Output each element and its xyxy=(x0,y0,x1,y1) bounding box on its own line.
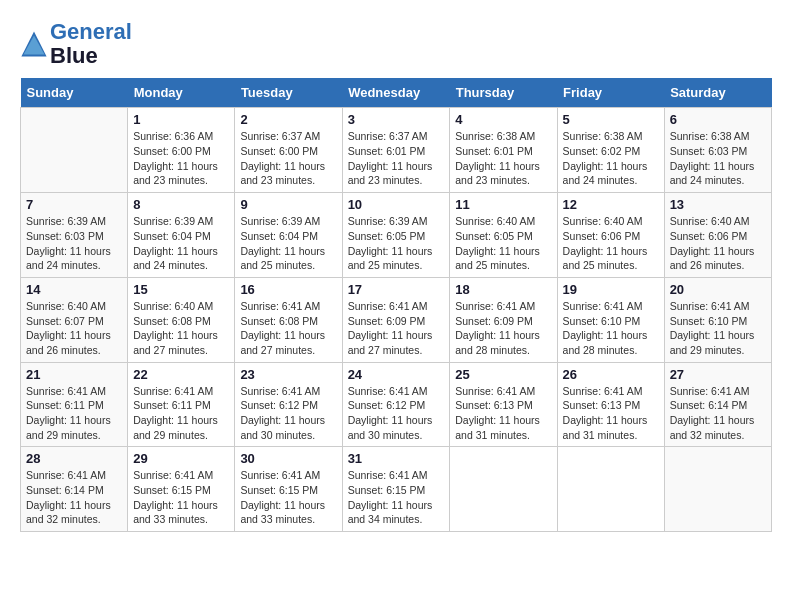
day-number: 22 xyxy=(133,367,229,382)
day-number: 21 xyxy=(26,367,122,382)
day-detail: Sunrise: 6:40 AM Sunset: 6:07 PM Dayligh… xyxy=(26,299,122,358)
day-detail: Sunrise: 6:41 AM Sunset: 6:15 PM Dayligh… xyxy=(348,468,445,527)
day-number: 5 xyxy=(563,112,659,127)
calendar-cell: 28Sunrise: 6:41 AM Sunset: 6:14 PM Dayli… xyxy=(21,447,128,532)
calendar-cell: 5Sunrise: 6:38 AM Sunset: 6:02 PM Daylig… xyxy=(557,108,664,193)
day-number: 19 xyxy=(563,282,659,297)
calendar-cell: 3Sunrise: 6:37 AM Sunset: 6:01 PM Daylig… xyxy=(342,108,450,193)
calendar-cell: 2Sunrise: 6:37 AM Sunset: 6:00 PM Daylig… xyxy=(235,108,342,193)
day-detail: Sunrise: 6:41 AM Sunset: 6:14 PM Dayligh… xyxy=(26,468,122,527)
calendar-cell: 8Sunrise: 6:39 AM Sunset: 6:04 PM Daylig… xyxy=(128,193,235,278)
day-detail: Sunrise: 6:41 AM Sunset: 6:15 PM Dayligh… xyxy=(240,468,336,527)
day-detail: Sunrise: 6:39 AM Sunset: 6:04 PM Dayligh… xyxy=(133,214,229,273)
day-detail: Sunrise: 6:39 AM Sunset: 6:04 PM Dayligh… xyxy=(240,214,336,273)
calendar-cell: 25Sunrise: 6:41 AM Sunset: 6:13 PM Dayli… xyxy=(450,362,557,447)
calendar-cell: 13Sunrise: 6:40 AM Sunset: 6:06 PM Dayli… xyxy=(664,193,771,278)
calendar-cell: 24Sunrise: 6:41 AM Sunset: 6:12 PM Dayli… xyxy=(342,362,450,447)
calendar-cell: 10Sunrise: 6:39 AM Sunset: 6:05 PM Dayli… xyxy=(342,193,450,278)
day-number: 25 xyxy=(455,367,551,382)
calendar-cell xyxy=(450,447,557,532)
weekday-header: Saturday xyxy=(664,78,771,108)
day-number: 23 xyxy=(240,367,336,382)
day-number: 31 xyxy=(348,451,445,466)
day-detail: Sunrise: 6:41 AM Sunset: 6:10 PM Dayligh… xyxy=(670,299,766,358)
calendar-cell: 14Sunrise: 6:40 AM Sunset: 6:07 PM Dayli… xyxy=(21,277,128,362)
day-number: 8 xyxy=(133,197,229,212)
day-number: 16 xyxy=(240,282,336,297)
day-detail: Sunrise: 6:40 AM Sunset: 6:08 PM Dayligh… xyxy=(133,299,229,358)
calendar-week-row: 7Sunrise: 6:39 AM Sunset: 6:03 PM Daylig… xyxy=(21,193,772,278)
calendar-cell: 29Sunrise: 6:41 AM Sunset: 6:15 PM Dayli… xyxy=(128,447,235,532)
day-detail: Sunrise: 6:36 AM Sunset: 6:00 PM Dayligh… xyxy=(133,129,229,188)
calendar-cell: 23Sunrise: 6:41 AM Sunset: 6:12 PM Dayli… xyxy=(235,362,342,447)
weekday-header: Sunday xyxy=(21,78,128,108)
day-number: 17 xyxy=(348,282,445,297)
day-number: 11 xyxy=(455,197,551,212)
day-detail: Sunrise: 6:38 AM Sunset: 6:03 PM Dayligh… xyxy=(670,129,766,188)
day-detail: Sunrise: 6:38 AM Sunset: 6:01 PM Dayligh… xyxy=(455,129,551,188)
logo-text: GeneralBlue xyxy=(50,20,132,68)
weekday-header: Tuesday xyxy=(235,78,342,108)
logo-icon xyxy=(20,30,48,58)
day-detail: Sunrise: 6:41 AM Sunset: 6:11 PM Dayligh… xyxy=(133,384,229,443)
day-number: 4 xyxy=(455,112,551,127)
day-number: 3 xyxy=(348,112,445,127)
day-detail: Sunrise: 6:41 AM Sunset: 6:15 PM Dayligh… xyxy=(133,468,229,527)
day-number: 7 xyxy=(26,197,122,212)
calendar-body: 1Sunrise: 6:36 AM Sunset: 6:00 PM Daylig… xyxy=(21,108,772,532)
day-detail: Sunrise: 6:40 AM Sunset: 6:05 PM Dayligh… xyxy=(455,214,551,273)
calendar-cell: 15Sunrise: 6:40 AM Sunset: 6:08 PM Dayli… xyxy=(128,277,235,362)
calendar-cell: 22Sunrise: 6:41 AM Sunset: 6:11 PM Dayli… xyxy=(128,362,235,447)
weekday-header: Monday xyxy=(128,78,235,108)
calendar-cell: 30Sunrise: 6:41 AM Sunset: 6:15 PM Dayli… xyxy=(235,447,342,532)
calendar-cell: 31Sunrise: 6:41 AM Sunset: 6:15 PM Dayli… xyxy=(342,447,450,532)
calendar-cell xyxy=(664,447,771,532)
day-number: 26 xyxy=(563,367,659,382)
calendar-week-row: 28Sunrise: 6:41 AM Sunset: 6:14 PM Dayli… xyxy=(21,447,772,532)
day-detail: Sunrise: 6:39 AM Sunset: 6:05 PM Dayligh… xyxy=(348,214,445,273)
day-detail: Sunrise: 6:41 AM Sunset: 6:08 PM Dayligh… xyxy=(240,299,336,358)
day-number: 6 xyxy=(670,112,766,127)
day-number: 30 xyxy=(240,451,336,466)
day-number: 18 xyxy=(455,282,551,297)
day-number: 20 xyxy=(670,282,766,297)
day-number: 9 xyxy=(240,197,336,212)
calendar-week-row: 1Sunrise: 6:36 AM Sunset: 6:00 PM Daylig… xyxy=(21,108,772,193)
calendar-cell: 4Sunrise: 6:38 AM Sunset: 6:01 PM Daylig… xyxy=(450,108,557,193)
day-detail: Sunrise: 6:41 AM Sunset: 6:09 PM Dayligh… xyxy=(455,299,551,358)
day-detail: Sunrise: 6:37 AM Sunset: 6:00 PM Dayligh… xyxy=(240,129,336,188)
day-detail: Sunrise: 6:39 AM Sunset: 6:03 PM Dayligh… xyxy=(26,214,122,273)
day-detail: Sunrise: 6:41 AM Sunset: 6:10 PM Dayligh… xyxy=(563,299,659,358)
day-detail: Sunrise: 6:41 AM Sunset: 6:09 PM Dayligh… xyxy=(348,299,445,358)
day-number: 24 xyxy=(348,367,445,382)
day-detail: Sunrise: 6:40 AM Sunset: 6:06 PM Dayligh… xyxy=(563,214,659,273)
day-number: 28 xyxy=(26,451,122,466)
calendar-cell xyxy=(557,447,664,532)
day-detail: Sunrise: 6:41 AM Sunset: 6:12 PM Dayligh… xyxy=(240,384,336,443)
calendar-cell: 17Sunrise: 6:41 AM Sunset: 6:09 PM Dayli… xyxy=(342,277,450,362)
day-detail: Sunrise: 6:41 AM Sunset: 6:13 PM Dayligh… xyxy=(563,384,659,443)
logo: GeneralBlue xyxy=(20,20,132,68)
calendar-cell: 19Sunrise: 6:41 AM Sunset: 6:10 PM Dayli… xyxy=(557,277,664,362)
calendar-cell xyxy=(21,108,128,193)
calendar-cell: 26Sunrise: 6:41 AM Sunset: 6:13 PM Dayli… xyxy=(557,362,664,447)
calendar-table: SundayMondayTuesdayWednesdayThursdayFrid… xyxy=(20,78,772,532)
calendar-cell: 27Sunrise: 6:41 AM Sunset: 6:14 PM Dayli… xyxy=(664,362,771,447)
day-number: 1 xyxy=(133,112,229,127)
calendar-cell: 16Sunrise: 6:41 AM Sunset: 6:08 PM Dayli… xyxy=(235,277,342,362)
weekday-header: Thursday xyxy=(450,78,557,108)
day-detail: Sunrise: 6:41 AM Sunset: 6:13 PM Dayligh… xyxy=(455,384,551,443)
day-detail: Sunrise: 6:40 AM Sunset: 6:06 PM Dayligh… xyxy=(670,214,766,273)
calendar-week-row: 21Sunrise: 6:41 AM Sunset: 6:11 PM Dayli… xyxy=(21,362,772,447)
day-number: 15 xyxy=(133,282,229,297)
day-number: 29 xyxy=(133,451,229,466)
day-number: 12 xyxy=(563,197,659,212)
page-header: GeneralBlue xyxy=(20,20,772,68)
day-number: 2 xyxy=(240,112,336,127)
svg-marker-1 xyxy=(24,36,45,55)
calendar-cell: 11Sunrise: 6:40 AM Sunset: 6:05 PM Dayli… xyxy=(450,193,557,278)
calendar-header-row: SundayMondayTuesdayWednesdayThursdayFrid… xyxy=(21,78,772,108)
calendar-cell: 9Sunrise: 6:39 AM Sunset: 6:04 PM Daylig… xyxy=(235,193,342,278)
day-detail: Sunrise: 6:38 AM Sunset: 6:02 PM Dayligh… xyxy=(563,129,659,188)
calendar-cell: 7Sunrise: 6:39 AM Sunset: 6:03 PM Daylig… xyxy=(21,193,128,278)
